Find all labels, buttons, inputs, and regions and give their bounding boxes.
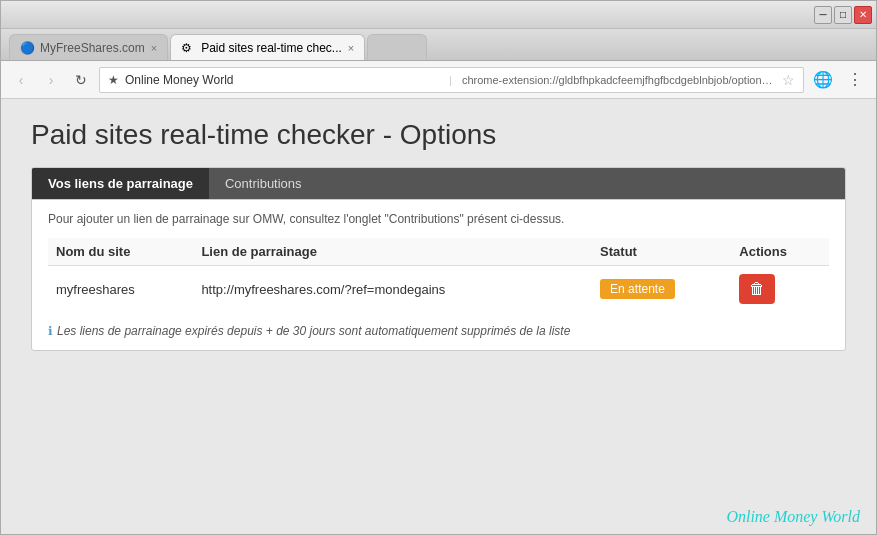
- parrainage-table: Nom du site Lien de parrainage Statut Ac…: [48, 238, 829, 312]
- options-card: Vos liens de parrainage Contributions Po…: [31, 167, 846, 351]
- reload-button[interactable]: ↻: [69, 68, 93, 92]
- tab-favicon-options: ⚙: [181, 41, 195, 55]
- close-button[interactable]: ✕: [854, 6, 872, 24]
- browser-tab-options[interactable]: ⚙ Paid sites real-time chec... ×: [170, 34, 365, 60]
- new-tab-area: [367, 34, 427, 60]
- delete-button[interactable]: 🗑: [739, 274, 775, 304]
- col-header-link: Lien de parrainage: [193, 238, 592, 266]
- footer-note: ℹLes liens de parrainage expirés depuis …: [48, 324, 829, 338]
- tab-label-options: Paid sites real-time chec...: [201, 41, 342, 55]
- cell-site-name: myfreeshares: [48, 266, 193, 313]
- table-row: myfreeshares http://myfreeshares.com/?re…: [48, 266, 829, 313]
- cell-actions: 🗑: [731, 266, 829, 313]
- col-header-status: Statut: [592, 238, 731, 266]
- menu-button[interactable]: ⋮: [842, 67, 868, 93]
- minimize-button[interactable]: ─: [814, 6, 832, 24]
- footer-note-text: Les liens de parrainage expirés depuis +…: [57, 324, 570, 338]
- col-header-actions: Actions: [731, 238, 829, 266]
- card-tabs: Vos liens de parrainage Contributions: [32, 168, 845, 200]
- tab-close-myfreeshares[interactable]: ×: [151, 42, 157, 54]
- tab-bar: 🔵 MyFreeShares.com × ⚙ Paid sites real-t…: [1, 29, 876, 61]
- back-button[interactable]: ‹: [9, 68, 33, 92]
- extensions-button[interactable]: 🌐: [810, 67, 836, 93]
- tab-label-myfreeshares: MyFreeShares.com: [40, 41, 145, 55]
- cell-status: En attente: [592, 266, 731, 313]
- omnibox-site-name: Online Money World: [125, 73, 439, 87]
- trash-icon: 🗑: [749, 280, 765, 298]
- page-inner: Paid sites real-time checker - Options V…: [1, 99, 876, 535]
- browser-tab-myfreeshares[interactable]: 🔵 MyFreeShares.com ×: [9, 34, 168, 60]
- tab-contributions[interactable]: Contributions: [209, 168, 318, 199]
- col-header-site: Nom du site: [48, 238, 193, 266]
- window-frame: ─ □ ✕ 🔵 MyFreeShares.com × ⚙ Paid sites …: [1, 1, 876, 535]
- omnibox[interactable]: ★ Online Money World | chrome-extension:…: [99, 67, 804, 93]
- title-bar: ─ □ ✕: [1, 1, 876, 29]
- tab-favicon-myfreeshares: 🔵: [20, 41, 34, 55]
- address-bar: ‹ › ↻ ★ Online Money World | chrome-exte…: [1, 61, 876, 99]
- omnibox-favicon: ★: [108, 73, 119, 87]
- forward-button[interactable]: ›: [39, 68, 63, 92]
- info-text: Pour ajouter un lien de parrainage sur O…: [48, 212, 829, 226]
- cell-site-link: http://myfreeshares.com/?ref=mondegains: [193, 266, 592, 313]
- title-bar-controls: ─ □ ✕: [814, 6, 872, 24]
- page-content: Paid sites real-time checker - Options V…: [1, 99, 876, 535]
- maximize-button[interactable]: □: [834, 6, 852, 24]
- status-badge: En attente: [600, 279, 675, 299]
- watermark: Online Money World: [726, 508, 860, 526]
- bookmark-star-icon[interactable]: ☆: [782, 72, 795, 88]
- page-title: Paid sites real-time checker - Options: [31, 119, 846, 151]
- omnibox-url: chrome-extension://gldbfhpkadcfeemjfhgfb…: [462, 74, 776, 86]
- tab-close-options[interactable]: ×: [348, 42, 354, 54]
- card-body: Pour ajouter un lien de parrainage sur O…: [32, 200, 845, 350]
- tab-parrainage[interactable]: Vos liens de parrainage: [32, 168, 209, 199]
- info-icon: ℹ: [48, 324, 53, 338]
